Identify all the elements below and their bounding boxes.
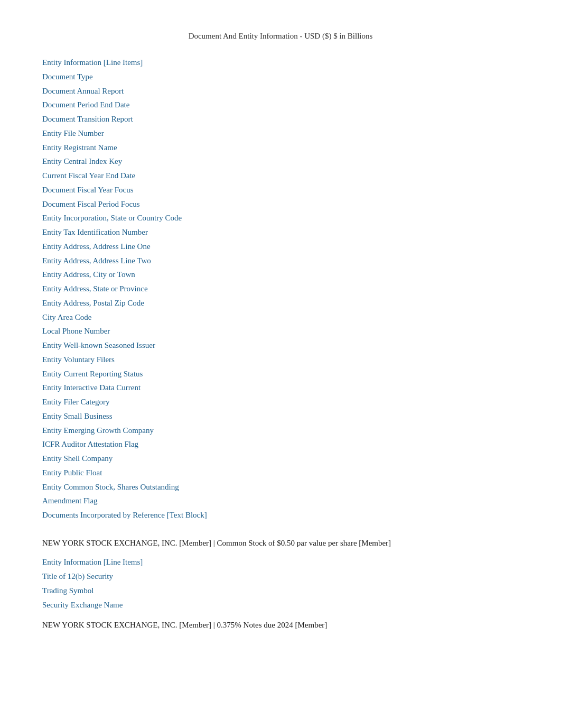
main-list-item[interactable]: Document Period End Date bbox=[42, 98, 519, 112]
main-list-item[interactable]: Entity Address, Address Line Two bbox=[42, 254, 519, 268]
main-list-item[interactable]: Amendment Flag bbox=[42, 494, 519, 508]
main-list-item[interactable]: Local Phone Number bbox=[42, 324, 519, 338]
main-list-item[interactable]: Entity Address, City or Town bbox=[42, 268, 519, 282]
main-list-item[interactable]: Entity Registrant Name bbox=[42, 141, 519, 155]
main-list-item[interactable]: Document Annual Report bbox=[42, 84, 519, 98]
main-list-item[interactable]: Entity Tax Identification Number bbox=[42, 225, 519, 239]
main-list-item[interactable]: Current Fiscal Year End Date bbox=[42, 169, 519, 183]
main-list-item[interactable]: Entity Emerging Growth Company bbox=[42, 423, 519, 438]
page-title: Document And Entity Information - USD ($… bbox=[42, 32, 519, 41]
main-list-item[interactable]: Entity Well-known Seasoned Issuer bbox=[42, 338, 519, 353]
main-list-item[interactable]: Entity Address, Address Line One bbox=[42, 239, 519, 254]
member-1-list-item[interactable]: Trading Symbol bbox=[42, 584, 519, 598]
member-1-list-item[interactable]: Security Exchange Name bbox=[42, 598, 519, 612]
main-list-item[interactable]: Entity Filer Category bbox=[42, 395, 519, 409]
main-list-item[interactable]: Entity Public Float bbox=[42, 466, 519, 480]
main-list-item[interactable]: Document Type bbox=[42, 70, 519, 84]
main-list-item[interactable]: Entity Shell Company bbox=[42, 451, 519, 466]
main-list-item[interactable]: Document Fiscal Year Focus bbox=[42, 183, 519, 197]
main-list-item[interactable]: Document Transition Report bbox=[42, 112, 519, 126]
main-list-item[interactable]: ICFR Auditor Attestation Flag bbox=[42, 437, 519, 451]
member-1-list-item[interactable]: Title of 12(b) Security bbox=[42, 569, 519, 584]
main-list-item[interactable]: Documents Incorporated by Reference [Tex… bbox=[42, 508, 519, 522]
main-list-item[interactable]: Entity Central Index Key bbox=[42, 154, 519, 169]
member-1-items-list: Entity Information [Line Items]Title of … bbox=[42, 555, 519, 612]
main-items-list: Entity Information [Line Items]Document … bbox=[42, 56, 519, 522]
main-list-item[interactable]: Entity Interactive Data Current bbox=[42, 381, 519, 395]
main-list-item[interactable]: Entity Address, State or Province bbox=[42, 282, 519, 296]
main-list-item[interactable]: Entity Small Business bbox=[42, 409, 519, 423]
page-container: Document And Entity Information - USD ($… bbox=[0, 0, 561, 663]
main-list-item[interactable]: Entity File Number bbox=[42, 126, 519, 141]
main-list-item[interactable]: City Area Code bbox=[42, 310, 519, 325]
member-header-1: NEW YORK STOCK EXCHANGE, INC. [Member] |… bbox=[42, 537, 519, 549]
member-header-2: NEW YORK STOCK EXCHANGE, INC. [Member] |… bbox=[42, 619, 519, 631]
member-header-2-text: NEW YORK STOCK EXCHANGE, INC. [Member] |… bbox=[42, 621, 327, 629]
member-header-1-text: NEW YORK STOCK EXCHANGE, INC. [Member] |… bbox=[42, 539, 391, 547]
main-list-item[interactable]: Document Fiscal Period Focus bbox=[42, 197, 519, 211]
main-list-item[interactable]: Entity Voluntary Filers bbox=[42, 353, 519, 367]
main-list-item[interactable]: Entity Address, Postal Zip Code bbox=[42, 296, 519, 310]
main-list-item[interactable]: Entity Information [Line Items] bbox=[42, 56, 519, 70]
main-list-item[interactable]: Entity Common Stock, Shares Outstanding bbox=[42, 480, 519, 494]
main-list-item[interactable]: Entity Incorporation, State or Country C… bbox=[42, 211, 519, 225]
main-list-item[interactable]: Entity Current Reporting Status bbox=[42, 367, 519, 381]
member-1-list-item[interactable]: Entity Information [Line Items] bbox=[42, 555, 519, 569]
